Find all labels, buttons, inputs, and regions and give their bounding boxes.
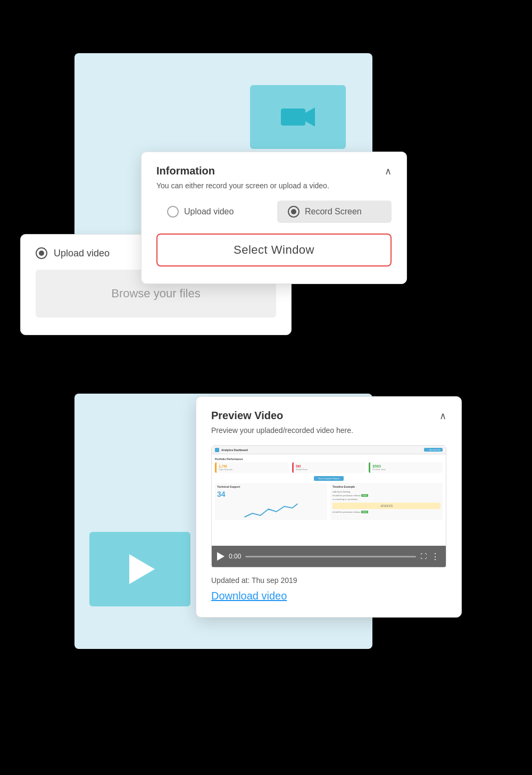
- info-modal-title: Information: [156, 165, 215, 177]
- info-modal-radio-options: Upload video Record Screen: [156, 201, 392, 223]
- dash-timeline-item-2: ● build the production release NEW: [332, 494, 440, 497]
- dash-cta: View Complete Report: [215, 476, 443, 481]
- v-progress-bar[interactable]: [245, 556, 416, 557]
- dash-metric-2-value: 9M: [296, 464, 364, 468]
- svg-rect-0: [281, 109, 305, 126]
- upload-video-option[interactable]: Upload video: [156, 201, 271, 223]
- dash-app-title: Analytics Dashboard: [221, 448, 248, 452]
- select-window-button[interactable]: Select Window: [156, 234, 392, 266]
- preview-modal-title: Preview Video: [211, 410, 283, 422]
- record-screen-option[interactable]: Record Screen: [277, 201, 392, 223]
- info-modal: Information ∧ You can either record your…: [141, 152, 407, 284]
- camera-icon: [281, 104, 315, 130]
- updated-text: Updated at: Thu sep 2019: [211, 576, 446, 585]
- dash-panel-1-chart: [217, 498, 325, 520]
- preview-modal-subtitle: Preview your upladed/recorded video here…: [211, 426, 446, 435]
- svg-marker-1: [305, 107, 315, 127]
- upload-panel-label: Upload video: [54, 248, 110, 259]
- dash-timeline-item-3: ● something on production: [332, 497, 440, 501]
- dash-metric-3-value: $563: [372, 464, 440, 468]
- dash-timeline-item-4: JZIZZZS: [332, 503, 440, 510]
- dash-header: Analytics Dashboard → Upload data: [212, 446, 446, 454]
- scene: Information ∧ You can either record your…: [0, 0, 532, 775]
- dash-panel-1-number: 34: [217, 490, 325, 498]
- dash-panel-1: Technical Support 34: [215, 483, 327, 520]
- dash-metric-3-label: Portfolio Total: [372, 468, 440, 471]
- play-triangle-icon: [129, 554, 155, 584]
- dash-section-title: Portfolio Performance: [215, 457, 443, 461]
- dash-metric-2: 9M Global Rank: [292, 462, 366, 473]
- upload-video-radio[interactable]: [167, 206, 179, 218]
- play-area[interactable]: [89, 532, 190, 606]
- record-screen-radio[interactable]: [288, 206, 300, 218]
- record-screen-label: Record Screen: [305, 207, 362, 216]
- dash-cta-btn: View Complete Report: [314, 476, 344, 481]
- upload-panel-radio[interactable]: [36, 247, 47, 259]
- dash-metric-1: 1,7M Cash Deposits: [215, 462, 289, 473]
- dash-metric-1-value: 1,7M: [219, 464, 287, 468]
- v-fullscreen-icon[interactable]: ⛶: [420, 553, 427, 560]
- dash-timeline-items: ● Al Harris Sterling ● build the product…: [332, 490, 440, 514]
- info-modal-subtitle: You can either record your screen or upl…: [156, 181, 392, 190]
- v-play-icon[interactable]: [217, 552, 225, 561]
- dash-panel-2: Timeline Example ● Al Harris Sterling ● …: [330, 483, 443, 520]
- dash-metric-1-label: Cash Deposits: [219, 468, 287, 471]
- v-more-icon[interactable]: ⋮: [431, 552, 440, 562]
- dash-timeline-item-5: ● build the production release NEW: [332, 510, 440, 514]
- browse-files-label: Browse your files: [111, 287, 201, 300]
- camera-panel: [250, 85, 346, 149]
- dash-metric-2-label: Global Rank: [296, 468, 364, 471]
- download-video-link[interactable]: Download video: [211, 590, 287, 602]
- dash-metrics: 1,7M Cash Deposits 9M Global Rank $563 P…: [215, 462, 443, 473]
- dash-panel-1-title: Technical Support: [217, 485, 325, 488]
- dash-panel-2-title: Timeline Example: [332, 485, 440, 488]
- dash-upload-btn: → Upload data: [424, 448, 443, 452]
- preview-modal-collapse-icon[interactable]: ∧: [439, 411, 446, 421]
- preview-video-thumbnail: Analytics Dashboard → Upload data Portfo…: [211, 445, 446, 568]
- preview-modal-header: Preview Video ∧: [211, 410, 446, 422]
- info-modal-collapse-icon[interactable]: ∧: [385, 166, 392, 176]
- dashboard-screenshot: Analytics Dashboard → Upload data Portfo…: [211, 445, 446, 568]
- upload-video-label: Upload video: [184, 207, 234, 216]
- dash-metric-3: $563 Portfolio Total: [369, 462, 443, 473]
- dash-body: Portfolio Performance 1,7M Cash Deposits…: [212, 454, 446, 523]
- dash-bottom-panels: Technical Support 34 Timeline Example ● …: [215, 483, 443, 520]
- preview-modal: Preview Video ∧ Preview your upladed/rec…: [196, 396, 462, 618]
- info-modal-header: Information ∧: [156, 165, 392, 177]
- video-overlay: 0:00 ⛶ ⋮: [212, 546, 446, 567]
- v-time: 0:00: [229, 553, 241, 560]
- dash-logo-icon: [215, 448, 219, 452]
- dash-timeline-item-1: ● Al Harris Sterling: [332, 490, 440, 494]
